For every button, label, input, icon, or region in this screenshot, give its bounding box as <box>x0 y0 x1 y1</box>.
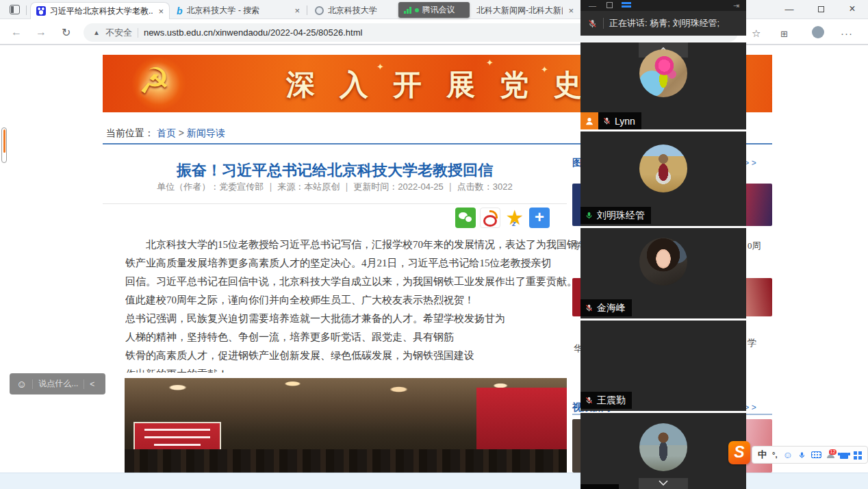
panel-minimize-icon[interactable]: — <box>589 1 596 10</box>
sparkle-icon: ✦ <box>541 64 548 75</box>
profile-avatar[interactable] <box>812 26 824 38</box>
article-body: 北京科技大学的15位老教授给习近平总书记写信，汇报学校70年来的发展情况，表达了… <box>125 236 598 373</box>
host-badge-icon <box>580 112 598 129</box>
participant-tile[interactable]: 金海峰 <box>580 228 746 318</box>
emoji-icon[interactable]: ☺ <box>783 449 793 460</box>
share-weibo-icon[interactable] <box>480 208 500 228</box>
tab-close-icon[interactable]: × <box>294 5 300 16</box>
mic-muted-icon <box>585 396 593 405</box>
participant-namebar: 金海峰 <box>580 299 632 316</box>
emoji-icon[interactable]: ☺ <box>16 378 27 390</box>
participant-name: Lynn <box>615 116 635 127</box>
window-close-button[interactable]: × <box>839 0 866 18</box>
participant-namebar <box>580 484 619 489</box>
participant-avatar <box>639 49 687 97</box>
mic-muted-icon <box>587 18 598 29</box>
meeting-overlay-label: 腾讯会议 <box>422 4 455 16</box>
comment-input-pill[interactable]: ☺ 说点什么... < <box>10 373 105 394</box>
mic-active-dot-icon <box>415 8 419 12</box>
tab-close-icon[interactable]: × <box>158 6 164 16</box>
collapse-left-icon[interactable]: < <box>90 379 94 389</box>
account-icon[interactable]: 12 <box>827 451 834 459</box>
mic-muted-icon <box>602 116 611 125</box>
collections-icon[interactable]: ⊞ <box>780 29 788 39</box>
url-text: news.ustb.edu.cn/xinwendaodu/2022-04-25/… <box>144 27 362 38</box>
breadcrumb: 当前位置： 首页 > 新闻导读 <box>106 127 225 140</box>
tab-divider <box>26 5 27 15</box>
not-secure-warning-icon: ▲ <box>93 29 100 36</box>
speakbar-divider <box>603 18 604 29</box>
panel-popout-icon[interactable]: ⇥ <box>733 1 739 10</box>
vertical-tabs-button[interactable] <box>10 5 20 14</box>
tab-title: 北京科技大学 - 搜索 <box>187 5 290 16</box>
forward-icon[interactable]: → <box>36 26 47 38</box>
refresh-icon[interactable]: ↻ <box>62 26 71 39</box>
speaking-label: 正在讲话: 杨青; 刘明珠经管; <box>609 17 719 29</box>
participant-tile[interactable]: 王震勤 <box>580 321 746 411</box>
keyboard-icon[interactable] <box>811 451 821 458</box>
page-side-scroll-indicator[interactable] <box>1 127 7 163</box>
tab-ustb[interactable]: 北京科技大学 <box>309 2 396 19</box>
caption-fragment: 学 <box>748 337 756 349</box>
chevron-down-icon <box>659 480 668 486</box>
participant-avatar <box>639 331 687 379</box>
share-more-icon[interactable]: + <box>529 208 550 228</box>
participant-tile[interactable]: 刘明珠经管 <box>580 131 746 226</box>
address-divider <box>138 28 138 38</box>
account-badge: 12 <box>829 449 837 455</box>
window-restore-button[interactable] <box>807 0 834 18</box>
article-meta: 单位（作者）：党委宣传部 ｜ 来源：本站原创 ｜ 更新时间：2022-04-25… <box>103 181 567 193</box>
participant-name: 金海峰 <box>597 302 626 314</box>
participant-tile[interactable]: Lynn <box>580 42 746 129</box>
tab-search[interactable]: b 北京科技大学 - 搜索 × <box>171 2 305 19</box>
article-photo <box>125 378 567 473</box>
share-qzone-icon[interactable]: ★z <box>505 208 525 228</box>
breadcrumb-section-link[interactable]: 新闻导读 <box>187 127 225 138</box>
tencent-meeting-overlay[interactable]: 腾讯会议 <box>398 2 470 18</box>
sogou-input-bar[interactable]: 中 °, ☺ 12 <box>752 446 868 464</box>
meeting-panel-titlebar[interactable]: — ⇥ <box>580 0 746 11</box>
participant-avatar <box>639 423 687 471</box>
tab-article[interactable]: 习近平给北京科技大学老教... × <box>30 2 170 19</box>
panel-restore-icon[interactable] <box>607 2 613 8</box>
scroll-down-button[interactable] <box>639 478 688 489</box>
article-line: 作出新的更大的贡献！ <box>125 365 598 373</box>
more-menu-icon[interactable]: ··· <box>841 27 853 39</box>
share-wechat-icon[interactable] <box>455 208 476 228</box>
comment-placeholder[interactable]: 说点什么... <box>38 378 78 390</box>
participant-namebar: 王震勤 <box>580 392 632 409</box>
article-line: 北京科技大学的15位老教授给习近平总书记写信，汇报学校70年来的发展情况，表达了… <box>125 236 598 254</box>
sogou-logo[interactable]: S <box>728 441 750 464</box>
skin-icon[interactable] <box>840 453 848 459</box>
ustb-favicon <box>315 6 324 15</box>
chinese-mode-icon[interactable]: 中 <box>758 449 767 461</box>
toolbox-icon[interactable] <box>854 451 857 455</box>
favorites-icon[interactable]: ☆ <box>752 27 761 40</box>
participant-namebar: 刘明珠经管 <box>580 207 651 224</box>
voice-input-icon[interactable] <box>798 451 806 460</box>
close-icon: × <box>849 3 855 15</box>
photo-red-screen <box>476 388 567 453</box>
tab-title: 北科大新闻网-北科大新闻... <box>476 5 563 16</box>
article-line: 回信。习近平总书记在回信中说，北京科技大学自成立以来，为我国钢铁工业发展作出了重… <box>125 273 598 291</box>
panel-layout-icon[interactable] <box>622 1 631 8</box>
window-minimize-button[interactable]: — <box>776 0 803 18</box>
bing-favicon: b <box>177 5 183 16</box>
signal-bars-icon <box>404 7 411 14</box>
security-label: 不安全 <box>105 27 132 39</box>
tab-divider <box>307 5 307 15</box>
tab-title: 北京科技大学 <box>328 5 390 16</box>
participant-namebar: Lynn <box>580 112 641 129</box>
back-icon[interactable]: ← <box>11 26 22 38</box>
participant-tile[interactable] <box>580 413 746 489</box>
mic-on-icon <box>585 211 593 220</box>
breadcrumb-home-link[interactable]: 首页 <box>157 127 176 138</box>
article-line: 铁产业高质量发展培养更多高素质人才的坚定决心。4月21日，习近平总书记给15位老… <box>125 254 598 273</box>
punctuation-icon[interactable]: °, <box>772 451 777 459</box>
tab-close-icon[interactable]: × <box>568 5 574 16</box>
tab-news[interactable]: 北科大新闻网-北科大新闻... × <box>471 2 579 19</box>
baidu-favicon <box>36 6 46 16</box>
speaking-status-bar: 正在讲话: 杨青; 刘明珠经管; <box>580 11 746 36</box>
participant-name: 王震勤 <box>597 394 626 407</box>
article-line: 铁骨的高素质人才，促进钢铁产业创新发展、绿色低碳发展，为钢铁强国建设 <box>125 347 598 365</box>
